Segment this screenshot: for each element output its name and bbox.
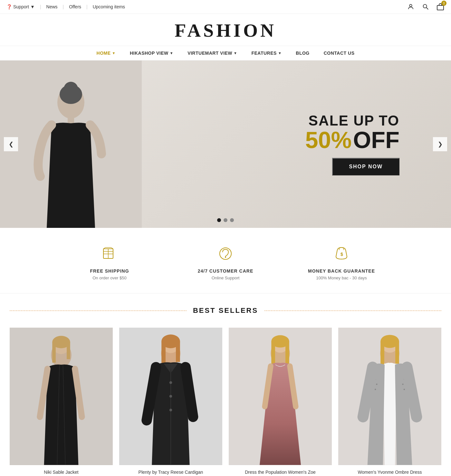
money-subtitle: 100% Money bac - 30 days [293,275,390,280]
svg-point-60 [404,389,405,390]
product-image-4 [338,328,441,465]
cart-badge: 0 [441,1,446,6]
svg-rect-46 [285,341,289,364]
search-icon[interactable] [421,3,430,11]
top-bar: ❓ Support ▼ | News | Offers | Upcoming i… [0,0,451,14]
virtuemart-chevron-icon: ▼ [234,51,237,55]
product-card-2[interactable]: Plenty by Tracy Reese Cardigan [116,324,225,476]
features-chevron-icon: ▼ [278,51,282,55]
nav-virtuemart[interactable]: VIRTUEMART VIEW ▼ [180,51,244,56]
nav-blog[interactable]: BLOG [289,51,316,56]
svg-point-0 [409,5,412,7]
site-logo[interactable]: FASHION [0,20,451,41]
product-image-3 [229,328,332,465]
carousel-dot-1[interactable] [217,218,221,222]
hero-banner: SALE UP TO 50% OFF SHOP NOW ❮ ❯ [0,61,451,228]
hero-model-area [0,61,142,228]
svg-rect-53 [380,341,384,367]
money-title: MONEY BACK GUARANTEE [293,268,390,274]
shipping-title: FREE SHIPPING [61,268,158,274]
support-title: 24/7 CUSTOMER CARE [177,268,274,274]
support-menu[interactable]: ❓ Support ▼ [6,4,35,9]
svg-rect-24 [67,342,70,359]
hero-next-button[interactable]: ❯ [433,137,447,151]
cart-button[interactable]: 0 [436,3,445,11]
svg-line-2 [427,8,428,10]
svg-point-1 [423,5,427,8]
features-strip: FREE SHIPPING On order over $50 24/7 CUS… [0,228,451,294]
svg-rect-23 [52,342,56,363]
hikashop-chevron-icon: ▼ [170,51,173,55]
nav-contact[interactable]: CONTACT US [317,51,362,56]
section-line-right [264,311,441,311]
product-name-2: Plenty by Tracy Reese Cardigan [119,470,222,475]
carousel-dot-2[interactable] [224,218,227,222]
carousel-dot-3[interactable] [230,218,234,222]
carousel-dots [217,218,234,222]
nav-features[interactable]: FEATURES ▼ [244,51,289,56]
support-icon [216,244,235,263]
svg-point-36 [169,381,172,384]
product-card-1[interactable]: Niki Sable Jacket [6,324,116,476]
support-chevron-icon: ▼ [30,4,35,9]
money-icon: $ [332,244,351,263]
svg-point-7 [64,82,78,96]
top-bar-left: ❓ Support ▼ | News | Offers | Upcoming i… [6,4,407,9]
product-name-4: Women's Yvonme Ombre Dress [338,470,441,475]
offers-link[interactable]: Offers [69,4,81,9]
svg-rect-33 [161,341,166,366]
svg-text:$: $ [341,252,343,257]
shipping-icon [100,244,119,263]
section-line-left [10,311,187,311]
question-icon: ❓ [6,4,12,9]
product-image-2 [119,328,222,465]
product-image-1 [10,328,113,465]
feature-support: 24/7 CUSTOMER CARE Online Support [168,244,283,280]
best-sellers-title: BEST SELLERS [193,306,258,315]
svg-point-37 [169,395,172,398]
product-grid: Niki Sable Jacket [0,324,451,476]
svg-rect-3 [437,5,444,10]
feature-money: $ MONEY BACK GUARANTEE 100% Money bac - … [283,244,399,280]
svg-rect-34 [176,341,180,362]
best-sellers-header: BEST SELLERS [0,294,451,324]
home-chevron-icon: ▼ [112,51,116,55]
user-icon[interactable] [407,3,415,11]
topnav-divider3: | [86,4,88,9]
svg-point-38 [169,409,172,412]
nav-home[interactable]: HOME ▼ [90,51,123,56]
support-label: Support [13,4,29,9]
feature-shipping: FREE SHIPPING On order over $50 [52,244,168,280]
shipping-subtitle: On order over $50 [61,275,158,280]
upcoming-link[interactable]: Upcoming items [93,4,125,9]
svg-point-57 [375,389,376,390]
support-subtitle: Online Support [177,275,274,280]
product-name-1: Niki Sable Jacket [10,470,113,475]
topnav-divider2: | [63,4,64,9]
product-name-3: Dress the Population Women's Zoe [229,470,332,475]
shop-now-button[interactable]: SHOP NOW [332,158,399,175]
product-card-3[interactable]: Dress the Population Women's Zoe [225,324,335,476]
svg-point-59 [402,384,403,385]
topnav-divider: | [40,4,41,9]
nav-hikashop[interactable]: HIKASHOP VIEW ▼ [123,51,180,56]
hero-prev-button[interactable]: ❮ [4,137,18,151]
svg-point-56 [376,384,377,385]
hero-percent: 50% [305,127,351,153]
svg-rect-54 [395,341,399,364]
hero-sale-line1: SALE UP TO [305,113,399,128]
hero-content: SALE UP TO 50% OFF SHOP NOW [305,113,399,175]
hero-off: OFF [353,127,399,153]
product-card-4[interactable]: Women's Yvonme Ombre Dress [335,324,445,476]
logo-section: FASHION [0,14,451,46]
main-nav: HOME ▼ HIKASHOP VIEW ▼ VIRTUEMART VIEW ▼… [0,46,451,61]
svg-point-17 [225,257,226,258]
news-link[interactable]: News [46,4,58,9]
top-bar-right: 0 [407,3,445,11]
